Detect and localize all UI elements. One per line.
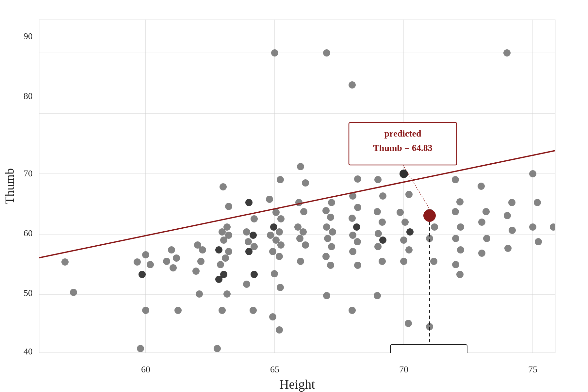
- svg-point-110: [379, 258, 386, 265]
- svg-point-140: [508, 199, 515, 206]
- svg-point-16: [134, 258, 141, 266]
- svg-point-82: [328, 199, 335, 206]
- x-tick-70: 70: [399, 364, 408, 374]
- svg-point-25: [174, 307, 182, 314]
- y-tick-80: 80: [24, 91, 33, 101]
- x-tick-60: 60: [141, 364, 150, 374]
- svg-point-106: [379, 219, 386, 226]
- svg-point-34: [219, 228, 226, 236]
- svg-point-55: [250, 307, 257, 314]
- svg-point-79: [302, 241, 309, 249]
- svg-point-15: [142, 251, 149, 258]
- svg-point-93: [354, 175, 361, 183]
- svg-point-145: [534, 199, 541, 206]
- svg-point-103: [374, 176, 382, 183]
- svg-point-62: [276, 228, 283, 236]
- svg-point-28: [197, 258, 204, 265]
- svg-point-13: [61, 258, 69, 266]
- svg-point-146: [529, 223, 536, 231]
- svg-point-71: [276, 326, 283, 334]
- predicted-label: predicted: [384, 128, 421, 139]
- svg-point-77: [300, 228, 307, 236]
- svg-point-134: [478, 183, 485, 190]
- svg-point-141: [504, 212, 511, 219]
- svg-point-115: [401, 219, 409, 226]
- svg-point-112: [400, 170, 408, 178]
- svg-point-49: [250, 232, 257, 239]
- svg-point-85: [323, 223, 330, 231]
- svg-point-61: [270, 223, 277, 231]
- x-tick-75: 75: [528, 364, 537, 374]
- svg-point-107: [375, 230, 382, 237]
- svg-point-122: [431, 223, 438, 231]
- svg-point-22: [173, 254, 180, 262]
- svg-point-118: [405, 246, 413, 253]
- svg-point-135: [482, 208, 490, 215]
- svg-point-116: [406, 228, 414, 236]
- svg-point-87: [324, 235, 331, 242]
- y-tick-50: 50: [24, 288, 33, 298]
- svg-point-142: [509, 227, 516, 234]
- svg-point-76: [294, 223, 302, 231]
- svg-point-58: [266, 196, 273, 203]
- svg-point-19: [142, 307, 149, 314]
- svg-point-89: [322, 253, 330, 260]
- svg-point-60: [277, 215, 285, 222]
- svg-point-74: [295, 199, 302, 206]
- svg-point-131: [457, 246, 464, 253]
- x-tick-65: 65: [270, 364, 279, 374]
- svg-point-132: [452, 261, 459, 268]
- svg-point-78: [296, 235, 303, 242]
- y-tick-90: 90: [24, 31, 33, 41]
- svg-point-109: [374, 243, 382, 250]
- svg-point-96: [349, 215, 356, 222]
- svg-point-20: [137, 345, 144, 352]
- svg-point-153: [424, 210, 435, 221]
- svg-point-117: [400, 237, 407, 244]
- svg-point-111: [374, 292, 381, 299]
- svg-point-92: [349, 81, 356, 89]
- svg-point-54: [243, 281, 250, 288]
- svg-point-104: [379, 192, 386, 200]
- svg-point-21: [168, 246, 175, 253]
- svg-point-101: [354, 262, 361, 269]
- svg-point-68: [271, 270, 278, 277]
- svg-point-66: [269, 248, 276, 255]
- svg-point-69: [277, 284, 284, 291]
- svg-point-24: [170, 264, 177, 271]
- svg-point-84: [327, 214, 334, 221]
- svg-point-120: [405, 320, 412, 327]
- svg-point-88: [328, 243, 335, 250]
- svg-point-139: [503, 49, 511, 57]
- svg-point-37: [215, 246, 222, 253]
- chart-container: predicted Thumb = 64.83 Height = 71 90 8…: [0, 0, 588, 392]
- svg-point-27: [199, 246, 206, 253]
- x-axis-label: Height: [280, 377, 315, 392]
- svg-point-43: [223, 290, 231, 298]
- svg-point-99: [354, 238, 361, 245]
- svg-point-98: [349, 232, 356, 239]
- svg-point-36: [220, 237, 227, 244]
- svg-point-31: [220, 183, 227, 190]
- svg-point-53: [251, 271, 258, 278]
- svg-point-124: [430, 258, 437, 265]
- svg-point-81: [323, 49, 330, 57]
- svg-point-30: [196, 290, 203, 298]
- svg-point-14: [70, 289, 77, 296]
- svg-point-100: [349, 248, 356, 255]
- svg-point-143: [504, 245, 512, 252]
- svg-point-39: [222, 254, 229, 262]
- svg-point-46: [245, 199, 253, 206]
- svg-point-67: [276, 253, 283, 260]
- svg-point-44: [219, 307, 226, 314]
- svg-point-23: [163, 258, 170, 265]
- svg-point-113: [405, 191, 413, 198]
- y-axis-label: Thumb: [3, 168, 16, 204]
- svg-point-38: [225, 248, 232, 255]
- svg-point-75: [300, 208, 307, 215]
- svg-point-48: [243, 228, 250, 236]
- svg-point-129: [457, 223, 464, 231]
- svg-point-147: [535, 238, 542, 245]
- svg-point-114: [397, 209, 404, 216]
- svg-point-119: [400, 258, 407, 265]
